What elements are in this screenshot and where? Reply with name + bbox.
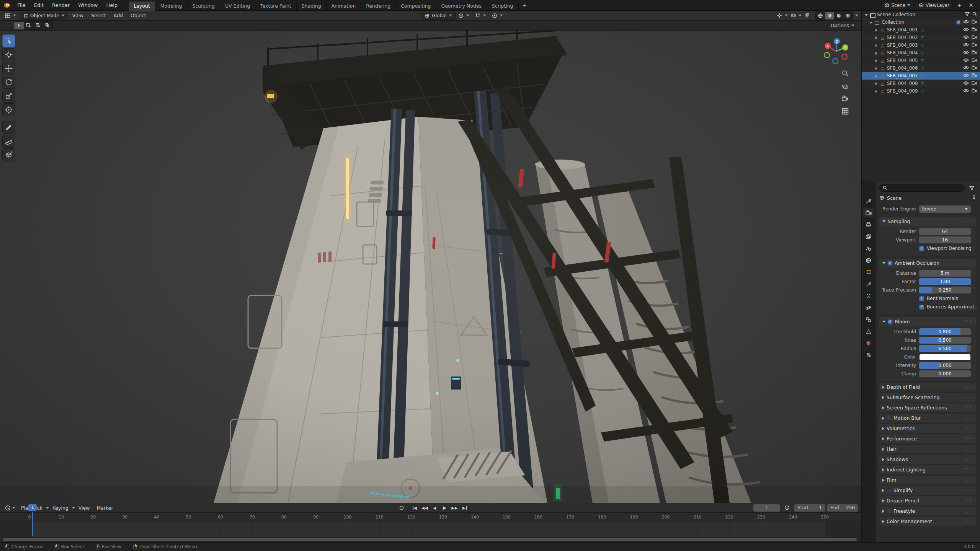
expand-chevron-icon[interactable]	[875, 51, 879, 55]
timeline-scrollbar[interactable]	[0, 537, 861, 542]
panel-header-collapsed[interactable]: Color Management	[879, 517, 976, 526]
workspace-tab-texture-paint[interactable]: Texture Paint	[255, 2, 297, 11]
ao-factor-slider[interactable]: 1.00	[919, 278, 971, 285]
jump-to-start-button[interactable]: ◀	[410, 504, 419, 512]
shading-rendered-icon[interactable]	[843, 12, 853, 20]
tab-texture[interactable]	[863, 350, 874, 360]
outliner-filter-icon[interactable]	[965, 12, 970, 17]
timeline-ruler[interactable]: 0102030405060708090100110120130140150160…	[0, 513, 861, 522]
panel-header-collapsed[interactable]: Indirect Lighting	[879, 465, 976, 474]
section-checkbox[interactable]	[887, 416, 891, 421]
frame-end-field[interactable]: End 250	[827, 504, 858, 512]
menu-keying[interactable]: Keying	[49, 503, 72, 513]
select-mode-subtract-icon[interactable]	[33, 22, 43, 29]
drag-handle-icon[interactable]	[965, 499, 973, 503]
expand-chevron-icon[interactable]	[875, 67, 879, 70]
disable-render-icon[interactable]	[972, 81, 977, 86]
scene-collection-name[interactable]: Scene Collection	[877, 12, 915, 17]
properties-search-input[interactable]	[890, 185, 961, 191]
frame-start-field[interactable]: Start 1	[794, 504, 825, 512]
jump-to-end-button[interactable]: ▶	[460, 504, 469, 512]
hide-viewport-icon[interactable]	[963, 35, 969, 40]
breadcrumb-scene[interactable]: Scene	[887, 195, 902, 201]
workspace-tab-shading[interactable]: Shading	[297, 2, 327, 11]
drag-handle-icon[interactable]	[965, 447, 973, 451]
panel-header-collapsed[interactable]: Motion Blur	[879, 414, 976, 422]
drag-handle-icon[interactable]	[965, 468, 973, 472]
tab-material[interactable]	[863, 339, 874, 348]
bloom-radius-slider[interactable]: 6.500	[919, 345, 971, 352]
object-name[interactable]: SFB_004_002	[887, 35, 918, 40]
drag-handle-icon[interactable]	[965, 488, 973, 492]
camera-view-icon[interactable]	[841, 95, 849, 104]
workspace-tab-animation[interactable]: Animation	[327, 2, 361, 11]
menu-file[interactable]: File	[13, 0, 30, 11]
disable-render-icon[interactable]	[972, 65, 977, 71]
show-gizmo-icon[interactable]	[775, 12, 784, 20]
ao-distance-field[interactable]: 5 m	[919, 270, 971, 277]
workspace-tab-sculpting[interactable]: Sculpting	[188, 2, 220, 11]
drag-handle-icon[interactable]	[965, 478, 973, 482]
previous-keyframe-button[interactable]: ◀◀	[420, 504, 429, 512]
panel-header-bloom[interactable]: Bloom	[879, 317, 976, 326]
outliner-object-row[interactable]: SFB_004_007	[862, 72, 980, 80]
menu-render[interactable]: Render	[48, 0, 74, 11]
drag-handle-icon[interactable]	[965, 437, 973, 441]
workspace-tab-rendering[interactable]: Rendering	[361, 2, 396, 11]
panel-header-collapsed[interactable]: Grease Pencil	[879, 496, 976, 505]
options-dropdown[interactable]: Options	[827, 23, 858, 28]
viewlayer-selector[interactable]: ViewLayer	[916, 2, 952, 9]
tab-render[interactable]	[863, 208, 874, 217]
bloom-intensity-slider[interactable]: 0.050	[919, 362, 971, 369]
select-mode-extend-icon[interactable]	[24, 22, 33, 29]
hide-viewport-icon[interactable]	[963, 65, 969, 71]
hide-viewport-icon[interactable]	[963, 88, 969, 94]
expand-chevron-icon[interactable]	[875, 44, 879, 47]
drag-handle-icon[interactable]	[965, 416, 973, 420]
expand-chevron-icon[interactable]	[865, 13, 869, 16]
object-name[interactable]: SFB_004_005	[887, 58, 918, 63]
zoom-icon[interactable]	[841, 70, 849, 78]
editor-type-3d-viewport-icon[interactable]	[3, 12, 12, 20]
shading-solid-icon[interactable]	[825, 12, 834, 20]
bloom-color-swatch[interactable]	[919, 354, 971, 360]
menu-edit[interactable]: Edit	[30, 0, 48, 11]
navigation-gizmo[interactable]: X Y Z	[821, 36, 851, 68]
outliner-object-row[interactable]: SFB_004_008	[862, 80, 980, 87]
tab-tool[interactable]	[863, 196, 874, 205]
outliner-object-row[interactable]: SFB_004_003	[862, 41, 980, 49]
panel-header-sampling[interactable]: Sampling	[879, 217, 976, 226]
workspace-tab-geometry-nodes[interactable]: Geometry Nodes	[436, 2, 487, 11]
collection-checkbox[interactable]	[956, 20, 960, 24]
menu-object[interactable]: Object	[127, 11, 150, 21]
panel-header-collapsed[interactable]: Volumetrics	[879, 424, 976, 433]
expand-chevron-icon[interactable]	[869, 21, 874, 24]
tool-measure[interactable]	[2, 135, 15, 148]
tab-object[interactable]	[863, 267, 874, 277]
hide-viewport-icon[interactable]	[963, 73, 969, 78]
object-name[interactable]: SFB_004_008	[887, 81, 918, 86]
menu-marker[interactable]: Marker	[93, 503, 116, 513]
disable-render-icon[interactable]	[972, 50, 977, 55]
expand-chevron-icon[interactable]	[875, 90, 879, 93]
drag-handle-icon[interactable]	[965, 406, 973, 410]
panel-header-collapsed[interactable]: Hair	[879, 445, 976, 453]
ambient-occlusion-checkbox[interactable]	[888, 261, 892, 266]
filter-options-icon[interactable]	[967, 184, 976, 192]
object-name[interactable]: SFB_004_009	[887, 88, 918, 94]
pivot-point-icon[interactable]	[456, 12, 466, 20]
viewport-3d-scene[interactable]	[0, 31, 861, 503]
scrollbar-thumb[interactable]	[3, 538, 857, 541]
object-name[interactable]: SFB_004_007	[887, 73, 918, 78]
disable-render-icon[interactable]	[972, 73, 977, 78]
tab-particles[interactable]	[863, 291, 874, 300]
hide-viewport-icon[interactable]	[963, 81, 969, 86]
drag-handle-icon[interactable]	[965, 457, 973, 461]
xray-toggle-icon[interactable]	[802, 12, 812, 20]
disable-render-icon[interactable]	[972, 20, 977, 25]
outliner-object-row[interactable]: SFB_004_001	[862, 26, 980, 34]
panel-header-collapsed[interactable]: Subsurface Scattering	[879, 393, 976, 402]
panel-header-collapsed[interactable]: Freestyle	[879, 507, 976, 515]
shading-wireframe-icon[interactable]	[816, 12, 825, 20]
menu-view-timeline[interactable]: View	[75, 503, 93, 513]
